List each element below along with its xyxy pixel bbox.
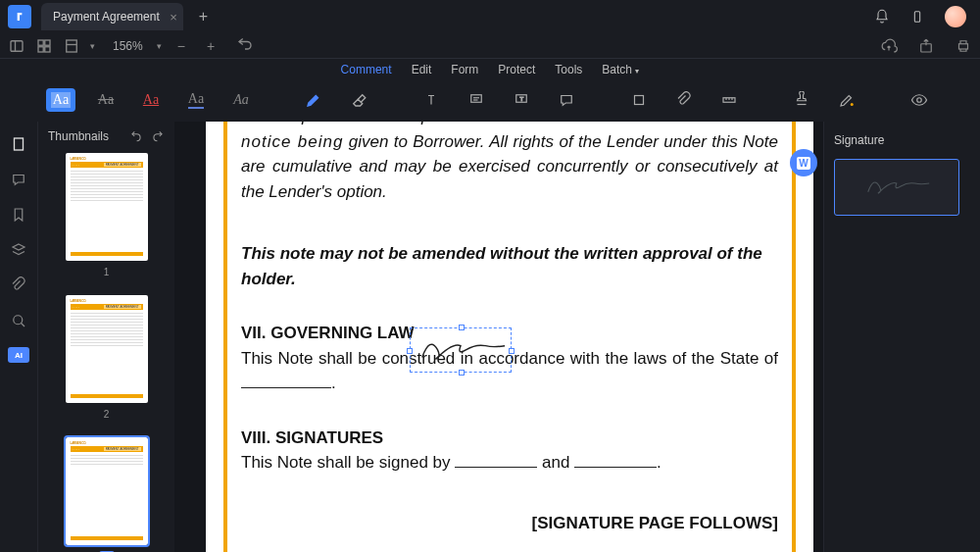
thumbnails-title: Thumbnails xyxy=(48,129,109,143)
svg-rect-16 xyxy=(635,96,644,105)
callout-tool[interactable] xyxy=(462,88,491,112)
add-tab-button[interactable]: + xyxy=(193,6,214,27)
comment-toolbar: Aa Aa Aa Aa Aa T xyxy=(0,84,980,120)
zoom-value[interactable]: 156% xyxy=(105,39,147,53)
svg-rect-5 xyxy=(38,46,43,51)
rotate-right-icon[interactable] xyxy=(151,129,165,143)
thumbnail-page-2[interactable]: LARSEN CO.. . . . .PAYMENT AGREEMENT 2 xyxy=(66,295,148,420)
undo-icon[interactable] xyxy=(236,37,254,55)
share-icon[interactable] xyxy=(917,37,935,55)
svg-rect-1 xyxy=(11,40,23,51)
doc-paragraph: insist upon strict compliance with the t… xyxy=(241,122,778,204)
ai-rail-icon[interactable]: AI xyxy=(8,347,29,363)
thumbnail-page-3[interactable]: LARSEN CO.. . . . .PAYMENT AGREEMENT 3 xyxy=(66,437,148,552)
document-tab[interactable]: Payment Agreement × xyxy=(41,3,183,30)
svg-line-26 xyxy=(21,323,24,326)
replace-text-tool[interactable]: Aa xyxy=(226,88,256,112)
tab-close-icon[interactable]: × xyxy=(170,10,177,25)
signature-page-follows: [SIGNATURE PAGE FOLLOWS] xyxy=(241,511,778,536)
signature-tool[interactable] xyxy=(832,88,861,112)
thumbnails-panel: Thumbnails LARSEN CO.. . . . .PAYMENT AG… xyxy=(37,122,174,552)
highlight-text-tool[interactable]: Aa xyxy=(46,88,75,112)
svg-rect-11 xyxy=(471,95,482,103)
menu-protect[interactable]: Protect xyxy=(498,63,535,76)
svg-rect-6 xyxy=(45,46,50,51)
thumbnail-page-1[interactable]: LARSEN CO.. . . . .PAYMENT AGREEMENT 1 xyxy=(66,153,148,277)
layers-rail-icon[interactable] xyxy=(10,241,27,259)
thumb-num-2: 2 xyxy=(66,409,148,420)
eraser-tool[interactable] xyxy=(344,88,373,112)
tab-title: Payment Agreement xyxy=(53,10,160,24)
menu-batch[interactable]: Batch ▾ xyxy=(602,63,639,76)
shape-tool[interactable] xyxy=(624,88,654,112)
signature-preview[interactable] xyxy=(834,159,959,216)
layout-dropdown-icon[interactable]: ▾ xyxy=(90,41,95,51)
note-tool[interactable] xyxy=(552,88,581,112)
titlebar: Payment Agreement × + xyxy=(0,0,980,33)
doc-amend-note: This note may not be amended without the… xyxy=(241,241,778,291)
signature-panel: Signature xyxy=(823,122,980,552)
device-icon[interactable] xyxy=(909,9,925,25)
strikethrough-tool[interactable]: Aa xyxy=(91,88,121,112)
preview-tool[interactable] xyxy=(905,88,934,112)
page-layout-icon[interactable] xyxy=(63,37,80,55)
comments-rail-icon[interactable] xyxy=(10,171,27,188)
menu-form[interactable]: Form xyxy=(451,63,478,76)
thumbnails-rail-icon[interactable] xyxy=(10,135,27,153)
svg-text:T: T xyxy=(520,96,524,102)
wavy-underline-tool[interactable]: Aa xyxy=(181,88,211,112)
search-rail-icon[interactable] xyxy=(10,312,27,329)
stamp-tool[interactable] xyxy=(787,88,816,112)
resize-handle-left[interactable] xyxy=(407,348,413,354)
left-rail: AI xyxy=(0,122,37,552)
section-8-body: This Note shall be signed by and . xyxy=(241,450,778,476)
resize-handle-bottom[interactable] xyxy=(459,370,465,376)
grid-view-icon[interactable] xyxy=(35,37,53,55)
section-7-title: VII. GOVERNING LAW xyxy=(241,324,415,342)
document-canvas[interactable]: insist upon strict compliance with the t… xyxy=(174,122,823,552)
svg-rect-10 xyxy=(959,43,968,48)
svg-rect-0 xyxy=(914,12,919,23)
user-avatar[interactable] xyxy=(945,6,966,27)
marker-tool[interactable] xyxy=(299,88,328,112)
resize-handle-top[interactable] xyxy=(459,325,465,330)
menu-edit[interactable]: Edit xyxy=(412,63,432,76)
signature-panel-title: Signature xyxy=(834,133,970,147)
resize-handle-right[interactable] xyxy=(509,348,514,354)
bell-icon[interactable] xyxy=(874,9,890,25)
svg-rect-24 xyxy=(15,138,24,150)
svg-rect-7 xyxy=(67,40,77,52)
svg-point-22 xyxy=(851,103,854,106)
textbox-tool[interactable] xyxy=(416,88,446,112)
zoom-in-button[interactable]: + xyxy=(201,38,220,54)
thumb-num-1: 1 xyxy=(66,267,148,277)
main-menu: Comment Edit Form Protect Tools Batch ▾ xyxy=(0,55,980,84)
word-export-fab[interactable]: W xyxy=(790,149,817,176)
print-icon[interactable] xyxy=(955,37,972,55)
underline-tool[interactable]: Aa xyxy=(136,88,166,112)
workspace: AI Thumbnails LARSEN CO.. . . . .PAYMENT… xyxy=(0,122,980,552)
cloud-upload-icon[interactable] xyxy=(880,37,898,55)
section-8-title: VIII. SIGNATURES xyxy=(241,428,383,447)
menu-tools[interactable]: Tools xyxy=(555,63,582,76)
attachments-rail-icon[interactable] xyxy=(10,276,27,294)
zoom-dropdown-icon[interactable]: ▾ xyxy=(157,41,162,51)
bookmarks-rail-icon[interactable] xyxy=(10,206,27,224)
rotate-left-icon[interactable] xyxy=(129,129,143,143)
menu-comment[interactable]: Comment xyxy=(341,63,392,76)
zoom-out-button[interactable]: − xyxy=(172,38,191,54)
svg-rect-4 xyxy=(45,40,50,45)
svg-rect-3 xyxy=(38,40,43,45)
measure-tool[interactable] xyxy=(714,88,744,112)
signature-annotation[interactable] xyxy=(410,327,512,373)
sidebar-toggle-icon[interactable] xyxy=(8,37,25,55)
attachment-tool[interactable] xyxy=(669,88,699,112)
text-callout-tool[interactable]: T xyxy=(507,88,536,112)
app-logo-icon[interactable] xyxy=(8,5,31,28)
svg-point-23 xyxy=(917,98,922,103)
